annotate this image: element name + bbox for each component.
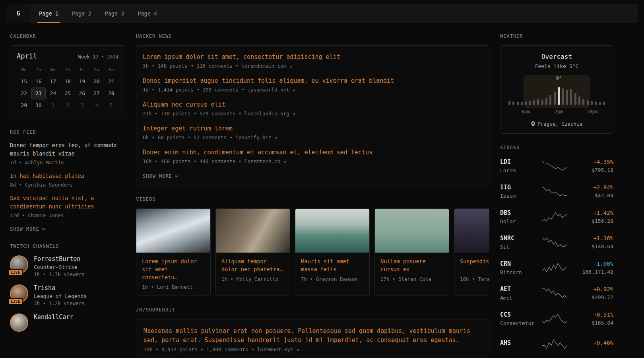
weather-location: Prague, Czechia xyxy=(507,121,607,127)
weather-condition: Overcast xyxy=(507,53,607,60)
avatar[interactable]: LIVE xyxy=(10,255,28,274)
video-thumbnail[interactable] xyxy=(295,209,369,253)
stock-change: +0.46% xyxy=(593,340,613,346)
video-card[interactable]: Nullam posuere cursus ex 17h • Stefan Co… xyxy=(374,208,449,296)
avatar[interactable] xyxy=(10,313,28,332)
video-thumbnail[interactable] xyxy=(216,209,290,253)
weather-hour-bar xyxy=(595,101,597,105)
video-card[interactable]: Suspendisse diam 18h • Tara xyxy=(454,208,489,296)
video-title[interactable]: Nullam posuere cursus ex xyxy=(380,257,443,273)
hn-show-more-button[interactable]: SHOW MORE xyxy=(143,173,178,179)
calendar-year: 2024 xyxy=(107,54,118,60)
external-link-icon[interactable]: ↗ xyxy=(292,87,295,93)
video-body: Mauris sit amet massa felis 7h • Grayson… xyxy=(295,253,369,288)
calendar-day: 17 xyxy=(46,76,60,88)
video-card[interactable]: Aliquam tempor dolor nec pharetra… 1h • … xyxy=(215,208,290,296)
stock-change: +1.42% xyxy=(592,210,613,216)
hn-item-title[interactable]: Aliquam nec cursus elit xyxy=(143,100,483,109)
external-link-icon[interactable]: ↗ xyxy=(274,134,277,140)
video-title[interactable]: Mauris sit amet massa felis xyxy=(301,257,364,273)
stock-row[interactable]: CCS Consectetur +0.51% $165.84 xyxy=(500,309,613,327)
external-link-icon[interactable]: ↗ xyxy=(283,158,287,164)
weather-hour-bar xyxy=(603,102,605,105)
stock-row[interactable]: DBS Dolor +1.42% $156.28 xyxy=(500,208,613,226)
hn-item-title[interactable]: Lorem ipsum dolor sit amet, consectetur … xyxy=(143,53,483,61)
channel-name[interactable]: ForrestBurton xyxy=(34,255,85,263)
subreddit-widget-title: /R/SUBREDDIT xyxy=(136,307,489,313)
video-title[interactable]: Lorem ipsum dolor sit amet consectetu… xyxy=(142,257,205,281)
weather-hour-bar xyxy=(574,93,576,105)
avatar[interactable]: LIVE xyxy=(10,284,28,303)
rss-item-title[interactable]: In hac habitasse platea xyxy=(10,172,125,180)
hn-item: Integer eget rutrum lorem 6h • 60 points… xyxy=(143,124,483,140)
channel-meta: 1h • 1.7k viewers xyxy=(34,271,85,277)
twitch-channel[interactable]: LIVE Trisha League of Legends 3h • 1.2k … xyxy=(10,284,125,306)
hn-item-title[interactable]: Integer eget rutrum lorem xyxy=(143,124,483,133)
time-label: 10pm xyxy=(587,109,598,115)
calendar-day: 3 xyxy=(75,99,89,111)
stock-sparkline xyxy=(541,186,568,197)
weather-hour-bar xyxy=(545,98,547,105)
hn-item-title[interactable]: Donec imperdiet augue tincidunt felis al… xyxy=(143,76,483,85)
calendar-weekday-label: Mo xyxy=(17,66,31,76)
hn-item-meta-text: 1d • 1,414 points • 299 comments • ipsum… xyxy=(143,87,289,93)
video-card[interactable]: Mauris sit amet massa felis 7h • Grayson… xyxy=(295,208,370,296)
external-link-icon[interactable]: ↗ xyxy=(289,63,293,69)
stock-row[interactable]: LDI Lorem +4.35% $795.18 xyxy=(500,157,613,175)
video-title[interactable]: Suspendisse diam xyxy=(460,257,489,273)
time-label: 2pm xyxy=(555,109,563,115)
weather-hour-bar xyxy=(533,100,535,105)
twitch-channel[interactable]: KendallCarr xyxy=(10,313,125,332)
stock-sparkline xyxy=(541,161,568,171)
stock-row[interactable]: AET Amet +0.92% $499.72 xyxy=(500,284,613,302)
external-link-icon[interactable]: ↗ xyxy=(296,346,299,352)
hn-item-meta-text: 3h • 148 points • 116 comments • loremdo… xyxy=(143,63,286,69)
rss-item: In hac habitasse platea 8d • Cynthia Sau… xyxy=(10,172,125,188)
calendar-day: 29 xyxy=(17,99,31,111)
weather-location-text: Prague, Czechia xyxy=(537,121,582,127)
video-thumbnail[interactable] xyxy=(454,209,489,253)
channel-name[interactable]: KendallCarr xyxy=(34,313,73,321)
stock-row[interactable]: AHS +0.46% xyxy=(500,335,613,353)
calendar-day: 19 xyxy=(75,76,89,88)
stock-values: +1.42% $156.28 xyxy=(592,210,613,224)
video-title[interactable]: Aliquam tempor dolor nec pharetra… xyxy=(221,257,284,273)
channel-name[interactable]: Trisha xyxy=(34,284,87,292)
rss-item-title[interactable]: Sed volutpat nulla nisl, a condimentum n… xyxy=(10,194,125,211)
stock-price: $795.18 xyxy=(592,167,613,173)
weather-widget-title: WEATHER xyxy=(500,33,613,39)
tab-page-2[interactable]: Page 2 xyxy=(70,4,93,23)
stock-values: +0.46% xyxy=(593,340,613,348)
stock-change: -1.00% xyxy=(582,261,613,267)
stock-values: +2.84% $42.04 xyxy=(593,184,613,198)
subreddit-post-meta-text: 19h • 9,932 points • 1,090 comments • lo… xyxy=(144,346,293,352)
location-pin-icon xyxy=(531,121,535,126)
stock-id: CCS Consectetur xyxy=(500,311,541,326)
show-more-label: SHOW MORE xyxy=(10,226,39,232)
video-card[interactable]: Lorem ipsum dolor sit amet consectetu… 1… xyxy=(136,208,211,296)
tab-page-4[interactable]: Page 4 xyxy=(136,4,159,23)
rss-item-title[interactable]: Donec tempor eros leo, ut commodo mauris… xyxy=(10,141,125,158)
stock-row[interactable]: SNRC Sit +1.36% $148.64 xyxy=(500,233,613,251)
right-column: WEATHER Overcast Feels like 5°C 9° 6am 2… xyxy=(500,33,613,358)
stock-row[interactable]: CRN Bitcorn -1.00% $66,171.48 xyxy=(500,259,613,276)
hacker-news-card: Lorem ipsum dolor sit amet, consectetur … xyxy=(136,45,489,185)
twitch-widget: TWITCH CHANNELS LIVE ForrestBurton Count… xyxy=(10,243,125,332)
stock-ticker: IIG xyxy=(500,184,541,191)
stock-id: LDI Lorem xyxy=(500,158,541,173)
channel-meta: 3h • 1.2k viewers xyxy=(34,300,87,306)
video-thumbnail[interactable] xyxy=(375,209,449,253)
channel-game: Counter-Strike xyxy=(34,264,85,270)
chevron-down-icon xyxy=(42,228,46,230)
tab-page-3[interactable]: Page 3 xyxy=(103,4,126,23)
subreddit-post-title[interactable]: Maecenas mollis pulvinar erat non posuer… xyxy=(144,327,482,345)
external-link-icon[interactable]: ↗ xyxy=(292,111,295,117)
twitch-channel[interactable]: LIVE ForrestBurton Counter-Strike 1h • 1… xyxy=(10,255,125,277)
tab-page-1[interactable]: Page 1 xyxy=(37,4,60,23)
app-logo[interactable]: G xyxy=(6,4,30,23)
hn-item-title[interactable]: Donec enim nibh, condimentum et accumsan… xyxy=(143,148,483,157)
rss-show-more-button[interactable]: SHOW MORE xyxy=(10,226,46,232)
stock-row[interactable]: IIG Ipsum +2.84% $42.04 xyxy=(500,182,613,200)
stock-name: Consectetur xyxy=(500,320,541,326)
video-thumbnail[interactable] xyxy=(136,209,210,253)
